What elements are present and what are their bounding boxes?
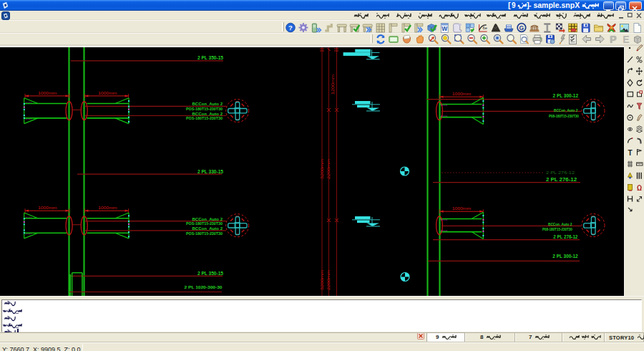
svg-text:1000mm: 1000mm [98,91,117,95]
svg-text:1000mm: 1000mm [98,206,117,210]
svg-text:1000mm: 1000mm [452,92,472,96]
svg-text:2 PL 276-12: 2 PL 276-12 [546,177,577,182]
svg-text:POS-180T15-230T30: POS-180T15-230T30 [186,221,223,226]
svg-text:2 PL 330-15: 2 PL 330-15 [197,169,223,174]
svg-text:2 PL 350-15: 2 PL 350-15 [197,271,223,276]
svg-text:1000mm: 1000mm [38,206,57,210]
svg-text:2200mm: 2200mm [326,269,331,290]
svg-text:BCCon_Auto 2: BCCon_Auto 2 [192,216,223,221]
svg-text:POS-180T15-230T30: POS-180T15-230T30 [186,107,223,111]
svg-text:BCCon_Auto 2: BCCon_Auto 2 [192,111,223,116]
svg-text:BCCon_Auto 2: BCCon_Auto 2 [554,107,578,112]
svg-text:2 PL 300-12: 2 PL 300-12 [553,93,579,98]
svg-text:POS-180T15-230T30: POS-180T15-230T30 [186,116,223,120]
svg-text:BCCon_Auto 2: BCCon_Auto 2 [192,226,223,231]
svg-text:3200mm: 3200mm [320,158,324,179]
svg-text:BCCon_Auto 2: BCCon_Auto 2 [548,221,572,226]
svg-text:3200mm: 3200mm [320,269,324,290]
svg-text:1200mm: 1200mm [331,74,335,95]
svg-text:P08-180T15-230T30: P08-180T15-230T30 [549,114,579,118]
svg-text:BCCon_Auto 2: BCCon_Auto 2 [192,101,223,106]
svg-text:2200mm: 2200mm [326,158,331,179]
svg-text:2 PL 276-12: 2 PL 276-12 [546,170,575,175]
svg-text:2 PL 276-12: 2 PL 276-12 [553,234,577,239]
svg-text:2 PL 300-12: 2 PL 300-12 [552,254,578,259]
svg-text:1000mm: 1000mm [38,91,57,95]
svg-text:1000mm: 1000mm [452,206,472,211]
svg-text:POS-180T15-230T30: POS-180T15-230T30 [186,231,223,236]
svg-text:2 PL 1020-300-30: 2 PL 1020-300-30 [185,285,223,289]
svg-text:P08-180T15-230T30: P08-180T15-230T30 [542,227,572,231]
svg-text:2 PL 350-15: 2 PL 350-15 [197,55,223,60]
